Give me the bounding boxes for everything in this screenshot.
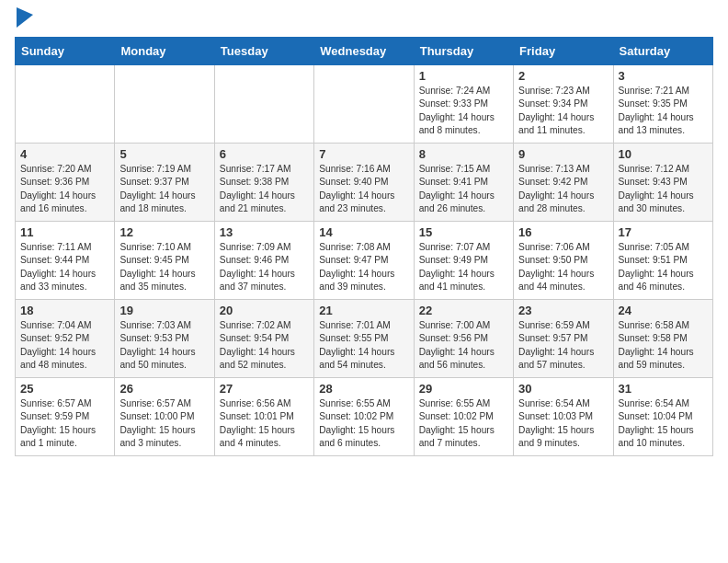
calendar-cell: 22Sunrise: 7:00 AM Sunset: 9:56 PM Dayli…: [414, 300, 513, 378]
day-number: 3: [619, 69, 708, 83]
day-info: Sunrise: 7:05 AM Sunset: 9:51 PM Dayligh…: [619, 241, 708, 293]
col-header-sunday: Sunday: [16, 38, 115, 65]
day-info: Sunrise: 6:59 AM Sunset: 9:57 PM Dayligh…: [518, 319, 608, 372]
col-header-friday: Friday: [514, 38, 613, 65]
day-number: 9: [518, 147, 608, 161]
day-number: 8: [419, 147, 508, 161]
day-number: 16: [518, 225, 608, 239]
col-header-wednesday: Wednesday: [314, 38, 414, 65]
day-info: Sunrise: 7:06 AM Sunset: 9:50 PM Dayligh…: [518, 241, 608, 293]
day-number: 4: [20, 147, 109, 161]
calendar-cell: 27Sunrise: 6:56 AM Sunset: 10:01 PM Dayl…: [214, 378, 313, 456]
day-number: 14: [319, 225, 408, 239]
calendar-header-row: SundayMondayTuesdayWednesdayThursdayFrid…: [16, 38, 713, 65]
logo-icon: [17, 7, 33, 28]
calendar-cell: 3Sunrise: 7:21 AM Sunset: 9:35 PM Daylig…: [613, 65, 712, 144]
calendar-cell: 11Sunrise: 7:11 AM Sunset: 9:44 PM Dayli…: [16, 222, 115, 300]
day-number: 20: [220, 304, 309, 317]
calendar-cell: [115, 65, 214, 144]
day-info: Sunrise: 7:09 AM Sunset: 9:46 PM Dayligh…: [220, 241, 309, 293]
calendar-cell: 29Sunrise: 6:55 AM Sunset: 10:02 PM Dayl…: [414, 378, 513, 456]
day-info: Sunrise: 6:55 AM Sunset: 10:02 PM Daylig…: [319, 397, 408, 450]
day-info: Sunrise: 7:13 AM Sunset: 9:42 PM Dayligh…: [518, 163, 608, 215]
calendar-cell: 12Sunrise: 7:10 AM Sunset: 9:45 PM Dayli…: [115, 222, 214, 300]
calendar-cell: 16Sunrise: 7:06 AM Sunset: 9:50 PM Dayli…: [514, 222, 613, 300]
calendar-cell: 25Sunrise: 6:57 AM Sunset: 9:59 PM Dayli…: [16, 378, 115, 456]
day-info: Sunrise: 6:57 AM Sunset: 9:59 PM Dayligh…: [20, 397, 109, 450]
calendar-cell: 17Sunrise: 7:05 AM Sunset: 9:51 PM Dayli…: [613, 222, 712, 300]
day-info: Sunrise: 7:19 AM Sunset: 9:37 PM Dayligh…: [119, 163, 209, 215]
day-info: Sunrise: 7:24 AM Sunset: 9:33 PM Dayligh…: [419, 85, 508, 137]
day-number: 6: [220, 147, 309, 161]
col-header-thursday: Thursday: [414, 38, 513, 65]
day-info: Sunrise: 7:23 AM Sunset: 9:34 PM Dayligh…: [518, 85, 608, 137]
day-number: 13: [220, 225, 309, 239]
calendar-cell: 21Sunrise: 7:01 AM Sunset: 9:55 PM Dayli…: [314, 300, 414, 378]
week-row-1: 1Sunrise: 7:24 AM Sunset: 9:33 PM Daylig…: [16, 65, 713, 144]
calendar-cell: 24Sunrise: 6:58 AM Sunset: 9:58 PM Dayli…: [613, 300, 712, 378]
day-number: 18: [20, 304, 109, 317]
calendar-cell: [314, 65, 414, 144]
day-number: 11: [20, 225, 109, 239]
day-info: Sunrise: 7:15 AM Sunset: 9:41 PM Dayligh…: [419, 163, 508, 215]
day-number: 22: [419, 304, 508, 317]
col-header-saturday: Saturday: [613, 38, 712, 65]
calendar-cell: [214, 65, 313, 144]
day-number: 27: [220, 382, 309, 396]
day-info: Sunrise: 7:12 AM Sunset: 9:43 PM Dayligh…: [619, 163, 708, 215]
day-info: Sunrise: 7:21 AM Sunset: 9:35 PM Dayligh…: [619, 85, 708, 137]
calendar-cell: 7Sunrise: 7:16 AM Sunset: 9:40 PM Daylig…: [314, 144, 414, 222]
day-number: 2: [518, 69, 608, 83]
calendar-cell: 31Sunrise: 6:54 AM Sunset: 10:04 PM Dayl…: [613, 378, 712, 456]
day-info: Sunrise: 7:03 AM Sunset: 9:53 PM Dayligh…: [119, 319, 209, 372]
day-number: 24: [619, 304, 708, 317]
calendar-cell: 9Sunrise: 7:13 AM Sunset: 9:42 PM Daylig…: [514, 144, 613, 222]
day-number: 12: [119, 225, 209, 239]
col-header-tuesday: Tuesday: [214, 38, 313, 65]
calendar-cell: 15Sunrise: 7:07 AM Sunset: 9:49 PM Dayli…: [414, 222, 513, 300]
calendar-cell: 10Sunrise: 7:12 AM Sunset: 9:43 PM Dayli…: [613, 144, 712, 222]
day-info: Sunrise: 7:07 AM Sunset: 9:49 PM Dayligh…: [419, 241, 508, 293]
day-info: Sunrise: 6:55 AM Sunset: 10:02 PM Daylig…: [419, 397, 508, 450]
day-info: Sunrise: 7:04 AM Sunset: 9:52 PM Dayligh…: [20, 319, 109, 372]
calendar-cell: 2Sunrise: 7:23 AM Sunset: 9:34 PM Daylig…: [514, 65, 613, 144]
calendar-cell: [16, 65, 115, 144]
day-number: 30: [518, 382, 608, 396]
day-info: Sunrise: 7:00 AM Sunset: 9:56 PM Dayligh…: [419, 319, 508, 372]
day-number: 7: [319, 147, 408, 161]
day-info: Sunrise: 7:11 AM Sunset: 9:44 PM Dayligh…: [20, 241, 109, 293]
day-number: 23: [518, 304, 608, 317]
week-row-5: 25Sunrise: 6:57 AM Sunset: 9:59 PM Dayli…: [16, 378, 713, 456]
calendar-cell: 30Sunrise: 6:54 AM Sunset: 10:03 PM Dayl…: [514, 378, 613, 456]
calendar-cell: 20Sunrise: 7:02 AM Sunset: 9:54 PM Dayli…: [214, 300, 313, 378]
day-info: Sunrise: 6:57 AM Sunset: 10:00 PM Daylig…: [119, 397, 209, 450]
day-info: Sunrise: 7:10 AM Sunset: 9:45 PM Dayligh…: [119, 241, 209, 293]
col-header-monday: Monday: [115, 38, 214, 65]
day-number: 19: [119, 304, 209, 317]
logo-text: [15, 15, 33, 28]
logo: [15, 15, 33, 28]
calendar-cell: 8Sunrise: 7:15 AM Sunset: 9:41 PM Daylig…: [414, 144, 513, 222]
week-row-2: 4Sunrise: 7:20 AM Sunset: 9:36 PM Daylig…: [16, 144, 713, 222]
day-info: Sunrise: 6:58 AM Sunset: 9:58 PM Dayligh…: [619, 319, 708, 372]
day-info: Sunrise: 7:20 AM Sunset: 9:36 PM Dayligh…: [20, 163, 109, 215]
day-info: Sunrise: 7:02 AM Sunset: 9:54 PM Dayligh…: [220, 319, 309, 372]
calendar-cell: 14Sunrise: 7:08 AM Sunset: 9:47 PM Dayli…: [314, 222, 414, 300]
day-info: Sunrise: 7:16 AM Sunset: 9:40 PM Dayligh…: [319, 163, 408, 215]
day-number: 15: [419, 225, 508, 239]
svg-marker-0: [17, 7, 33, 28]
page-header: [15, 15, 713, 28]
day-info: Sunrise: 7:17 AM Sunset: 9:38 PM Dayligh…: [220, 163, 309, 215]
day-info: Sunrise: 6:54 AM Sunset: 10:04 PM Daylig…: [619, 397, 708, 450]
day-number: 21: [319, 304, 408, 317]
day-info: Sunrise: 7:01 AM Sunset: 9:55 PM Dayligh…: [319, 319, 408, 372]
calendar-cell: 28Sunrise: 6:55 AM Sunset: 10:02 PM Dayl…: [314, 378, 414, 456]
day-info: Sunrise: 7:08 AM Sunset: 9:47 PM Dayligh…: [319, 241, 408, 293]
day-number: 17: [619, 225, 708, 239]
calendar-cell: 5Sunrise: 7:19 AM Sunset: 9:37 PM Daylig…: [115, 144, 214, 222]
calendar-cell: 18Sunrise: 7:04 AM Sunset: 9:52 PM Dayli…: [16, 300, 115, 378]
calendar-cell: 19Sunrise: 7:03 AM Sunset: 9:53 PM Dayli…: [115, 300, 214, 378]
day-number: 26: [119, 382, 209, 396]
day-number: 25: [20, 382, 109, 396]
day-number: 29: [419, 382, 508, 396]
